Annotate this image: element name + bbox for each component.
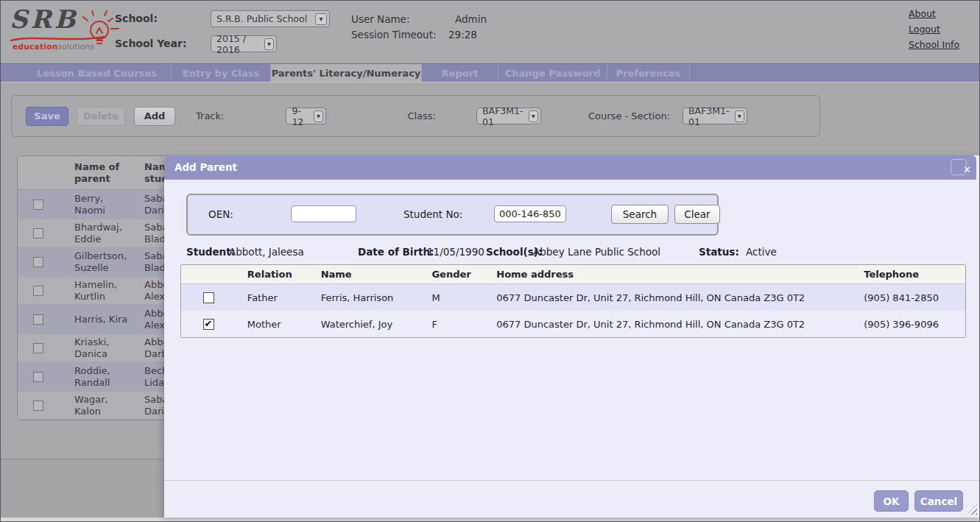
parent-results-table: Relation Name Gender Home address Teleph… — [180, 264, 966, 338]
col-header-home-address: Home address — [487, 269, 854, 280]
track-label: Track: — [196, 110, 224, 121]
track-select[interactable]: 9-12 ▾ — [286, 107, 326, 124]
schools-value: Abbey Lane Public School — [533, 246, 660, 258]
chevron-down-icon: ▾ — [264, 38, 274, 50]
search-button[interactable]: Search — [611, 205, 669, 224]
row-checkbox[interactable] — [33, 314, 43, 325]
save-button[interactable]: Save — [26, 107, 68, 126]
chevron-down-icon: ▾ — [314, 110, 324, 122]
table-header-row: Relation Name Gender Home address Teleph… — [181, 265, 965, 284]
clear-button[interactable]: Clear — [674, 205, 720, 224]
row-checkbox[interactable] — [33, 343, 43, 353]
col-header-name-of-parent: Name of parent — [58, 161, 128, 185]
dob-label: Date of Birth: — [358, 246, 434, 258]
tab-lesson-based-courses[interactable]: Lesson Based Courses — [23, 64, 172, 82]
session-timeout-label: Session Timeout: — [351, 29, 437, 40]
row-checkbox[interactable] — [33, 228, 43, 239]
oen-label: OEN: — [208, 208, 233, 220]
school-info-link[interactable]: School Info — [909, 39, 959, 50]
row-checkbox[interactable] — [33, 286, 43, 296]
tab-report[interactable]: Report — [422, 64, 498, 82]
col-header-gender: Gender — [420, 269, 487, 280]
course-section-select[interactable]: BAF3M1-01 ▾ — [683, 107, 747, 124]
status-value: Active — [746, 246, 777, 258]
row-checkbox[interactable] — [33, 401, 43, 411]
student-no-input[interactable] — [494, 205, 566, 222]
srb-logo: SRB educationsolutions — [10, 7, 120, 60]
app-window: SRB educationsolutions — [0, 0, 980, 522]
tab-entry-by-class[interactable]: Entry by Class — [172, 64, 271, 82]
dob-value: 11/05/1990 — [427, 246, 484, 258]
col-header-telephone: Telephone — [854, 269, 965, 280]
chevron-down-icon: ▾ — [529, 110, 538, 122]
close-icon[interactable] — [951, 159, 967, 175]
parent-row-mother: Mother Waterchief, Joy F 0677 Duncaster … — [181, 311, 965, 337]
chevron-down-icon: ▾ — [735, 110, 744, 122]
school-year-label: School Year: — [115, 38, 187, 49]
user-name-label: User Name: — [351, 13, 409, 25]
about-link[interactable]: About — [909, 8, 936, 19]
student-value: Abbott, Jaleesa — [229, 246, 304, 258]
col-header-name: Name — [311, 269, 421, 280]
student-search-panel: OEN: Student No: Search Clear — [186, 194, 719, 236]
tab-change-password[interactable]: Change Password — [498, 64, 607, 82]
tabbar-spacer — [1, 64, 23, 82]
select-parent-checkbox[interactable] — [203, 292, 214, 303]
school-label: School: — [115, 13, 158, 24]
cancel-button[interactable]: Cancel — [914, 490, 963, 512]
row-checkbox[interactable] — [33, 200, 43, 210]
toolbar: Save Delete Add Track: 9-12 ▾ Class: BAF… — [11, 95, 820, 137]
dialog-title: Add Parent — [175, 161, 237, 173]
ok-button[interactable]: OK — [874, 490, 909, 512]
user-name-value: Admin — [455, 13, 487, 25]
add-button[interactable]: Add — [134, 107, 175, 126]
col-header-relation: Relation — [237, 269, 311, 280]
chevron-down-icon: ▾ — [315, 13, 327, 25]
page-bottom-strip — [1, 518, 979, 522]
tab-parents-literacy-numeracy[interactable]: Parents' Literacy/Numeracy — [271, 64, 422, 82]
class-select[interactable]: BAF3M1-01 ▾ — [476, 107, 541, 124]
app-header: SRB educationsolutions — [1, 1, 979, 63]
delete-button[interactable]: Delete — [77, 107, 125, 126]
student-info-row: Student: Abbott, Jaleesa Date of Birth: … — [164, 246, 980, 259]
class-label: Class: — [407, 110, 436, 121]
school-year-select[interactable]: 2015 / 2016 ▾ — [211, 35, 277, 52]
dialog-footer-divider — [164, 480, 980, 481]
parent-row-father: Father Ferris, Harrison M 0677 Duncaster… — [181, 284, 965, 311]
row-checkbox[interactable] — [33, 257, 43, 267]
tab-preferences[interactable]: Preferences — [607, 64, 690, 82]
student-no-label: Student No: — [403, 208, 462, 220]
add-parent-dialog: Add Parent OEN: Student No: Search Clear… — [164, 155, 980, 518]
select-parent-checkbox[interactable] — [203, 319, 214, 330]
dialog-titlebar: Add Parent — [164, 155, 976, 180]
session-timeout-value: 29:28 — [448, 29, 477, 40]
student-label: Student: — [186, 246, 235, 258]
status-label: Status: — [699, 246, 739, 258]
resize-grip[interactable] — [967, 504, 977, 515]
main-nav-tabbar: Lesson Based Courses Entry by Class Pare… — [1, 63, 979, 82]
lightbulb-icon — [77, 8, 120, 57]
school-select[interactable]: S.R.B. Public School ▾ — [211, 10, 330, 27]
row-checkbox[interactable] — [33, 372, 43, 382]
oen-input[interactable] — [291, 205, 356, 222]
logout-link[interactable]: Logout — [909, 24, 940, 35]
course-section-label: Course - Section: — [588, 110, 670, 121]
